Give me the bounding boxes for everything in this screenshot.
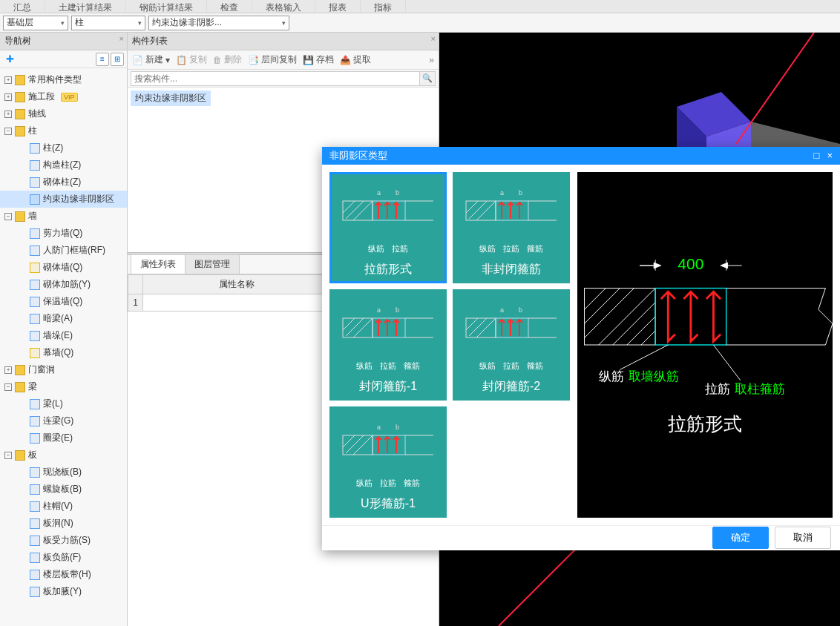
type-thumbnail[interactable]: ab 纵筋拉筋箍筋 U形箍筋-1 xyxy=(329,406,447,518)
type-select[interactable]: 约束边缘非阴影... xyxy=(148,16,289,30)
tree-group[interactable]: − 墙 xyxy=(0,208,127,225)
floor-select[interactable]: 基础层 xyxy=(3,16,68,30)
tree-item[interactable]: 柱帽(V) xyxy=(0,498,127,515)
collapse-icon[interactable]: − xyxy=(4,452,12,459)
tab-metric[interactable]: 指标 xyxy=(361,0,406,13)
expand-icon[interactable]: + xyxy=(4,76,12,84)
tree-item[interactable]: 人防门框墙(RF) xyxy=(0,242,127,259)
component-icon xyxy=(30,467,40,478)
collapse-icon[interactable]: − xyxy=(4,213,12,220)
tree-item[interactable]: 板负筋(F) xyxy=(0,549,127,566)
tree-item[interactable]: 剪力墙(Q) xyxy=(0,225,127,242)
tree-group[interactable]: + 施工段 VIP xyxy=(0,88,127,105)
thumb-diagram: ab xyxy=(463,295,560,360)
tree-item[interactable]: 梁(L) xyxy=(0,395,127,412)
type-thumbnail[interactable]: ab 纵筋拉筋箍筋 非封闭箍筋 xyxy=(453,172,570,283)
svg-marker-55 xyxy=(654,263,661,268)
component-icon xyxy=(30,331,40,341)
tree-item[interactable]: 保温墙(Q) xyxy=(0,293,127,310)
delete-button[interactable]: 🗑 删除 xyxy=(213,53,242,66)
add-icon[interactable]: ✚ xyxy=(3,53,16,66)
tree-item[interactable]: 约束边缘非阴影区 xyxy=(0,191,127,208)
tab-report[interactable]: 报表 xyxy=(315,0,361,13)
ok-button[interactable]: 确定 xyxy=(712,527,769,549)
tree-item[interactable]: 柱(Z) xyxy=(0,139,127,156)
tree-group[interactable]: − 柱 xyxy=(0,122,127,139)
archive-button[interactable]: 💾 存档 xyxy=(303,53,334,66)
search-input[interactable] xyxy=(131,71,420,86)
maximize-icon[interactable]: □ xyxy=(814,150,820,161)
tree-item[interactable]: 幕墙(Q) xyxy=(0,344,127,361)
thumb-sublabel: 纵筋 xyxy=(479,360,496,372)
prop-cell[interactable] xyxy=(143,294,330,312)
extract-button[interactable]: 📤 提取 xyxy=(340,53,371,66)
collapse-icon[interactable]: − xyxy=(4,383,12,391)
type-thumbnail[interactable]: ab 纵筋拉筋 拉筋形式 xyxy=(329,172,447,283)
close-icon[interactable]: × xyxy=(827,150,833,161)
thumb-label: U形箍筋-1 xyxy=(361,496,416,512)
copy-button[interactable]: 📋 复制 xyxy=(176,53,207,66)
type-thumbnail[interactable]: ab 纵筋拉筋箍筋 封闭箍筋-2 xyxy=(453,289,570,401)
collapse-icon[interactable]: − xyxy=(4,128,12,135)
expand-icon[interactable]: + xyxy=(4,111,12,118)
tree-item[interactable]: 砌体墙(Q) xyxy=(0,259,127,276)
tree-item[interactable]: 楼层板带(H) xyxy=(0,566,127,583)
tree-item[interactable]: 连梁(G) xyxy=(0,412,127,429)
close-icon[interactable]: × xyxy=(431,34,436,43)
tree-item[interactable]: 圈梁(E) xyxy=(0,429,127,447)
tree-group[interactable]: − 板 xyxy=(0,447,127,464)
tab-summary[interactable]: 汇总 xyxy=(0,0,45,13)
tree-label: 楼层板带(H) xyxy=(43,568,91,581)
cancel-button[interactable]: 取消 xyxy=(775,527,831,549)
folder-icon xyxy=(15,382,25,392)
expand-icon[interactable]: + xyxy=(4,93,12,101)
tree-group[interactable]: + 轴线 xyxy=(0,105,127,122)
close-icon[interactable]: × xyxy=(119,34,124,43)
tree-item[interactable]: 现浇板(B) xyxy=(0,464,127,481)
tab-rebar[interactable]: 钢筋计算结果 xyxy=(126,0,207,13)
tree-label: 柱(Z) xyxy=(43,142,63,154)
component-item[interactable]: 约束边缘非阴影区 xyxy=(131,90,211,106)
preview-big-label: 拉筋形式 xyxy=(668,413,742,433)
tab-table[interactable]: 表格输入 xyxy=(252,0,315,13)
component-icon xyxy=(30,416,40,426)
tree-item[interactable]: 暗梁(A) xyxy=(0,310,127,327)
tree-group[interactable]: + 常用构件类型 xyxy=(0,71,127,88)
tree-group[interactable]: + 门窗洞 xyxy=(0,361,127,378)
tab-build[interactable]: 土建计算结果 xyxy=(45,0,126,13)
tree-item[interactable]: 螺旋板(B) xyxy=(0,481,127,498)
thumb-label: 封闭箍筋-2 xyxy=(482,379,540,395)
tree-label: 连梁(G) xyxy=(43,415,73,427)
tree-group[interactable]: − 梁 xyxy=(0,378,127,395)
tree-item[interactable]: 墙垛(E) xyxy=(0,327,127,344)
tree-item[interactable]: 砌体加筋(Y) xyxy=(0,276,127,293)
tree-item[interactable]: 板加腋(Y) xyxy=(0,583,127,600)
tab-properties[interactable]: 属性列表 xyxy=(131,254,186,274)
svg-line-37 xyxy=(466,318,478,330)
grid-view-icon[interactable]: ⊞ xyxy=(111,53,124,66)
tree-item[interactable]: 板受力筋(S) xyxy=(0,532,127,549)
tree-item[interactable]: 构造柱(Z) xyxy=(0,156,127,174)
more-icon[interactable]: » xyxy=(429,55,434,65)
tab-check[interactable]: 检查 xyxy=(207,0,252,13)
tab-layers[interactable]: 图层管理 xyxy=(185,254,240,274)
list-view-icon[interactable]: ≡ xyxy=(96,53,109,66)
component-icon xyxy=(30,399,40,409)
thumbnail-area: ab 纵筋拉筋 拉筋形式 ab 纵筋拉筋箍筋 非封闭箍筋 ab 纵筋拉筋箍筋 封… xyxy=(329,172,570,518)
category-select[interactable]: 柱 xyxy=(71,16,145,30)
tree-item[interactable]: 板洞(N) xyxy=(0,515,127,532)
tree-item[interactable]: 砌体柱(Z) xyxy=(0,174,127,191)
tree-label: 构造柱(Z) xyxy=(43,159,81,171)
comp-title: 构件列表 xyxy=(132,35,168,47)
svg-line-17 xyxy=(469,201,487,219)
dropdown-bar: 基础层 柱 约束边缘非阴影... xyxy=(0,13,840,33)
type-thumbnail[interactable]: ab 纵筋拉筋箍筋 封闭箍筋-1 xyxy=(329,289,447,401)
dim-label: 400 xyxy=(677,255,703,272)
search-icon[interactable]: 🔍 xyxy=(419,71,436,86)
new-button[interactable]: 📄 新建 ▾ xyxy=(132,53,170,66)
component-icon xyxy=(30,570,40,580)
expand-icon[interactable]: + xyxy=(4,366,12,374)
svg-line-69 xyxy=(713,345,740,380)
floor-copy-button[interactable]: 📑 层间复制 xyxy=(248,53,297,66)
type-modal: 非阴影区类型 □ × ab 纵筋拉筋 拉筋形式 ab 纵筋拉筋箍筋 非封闭箍筋 xyxy=(322,147,840,550)
